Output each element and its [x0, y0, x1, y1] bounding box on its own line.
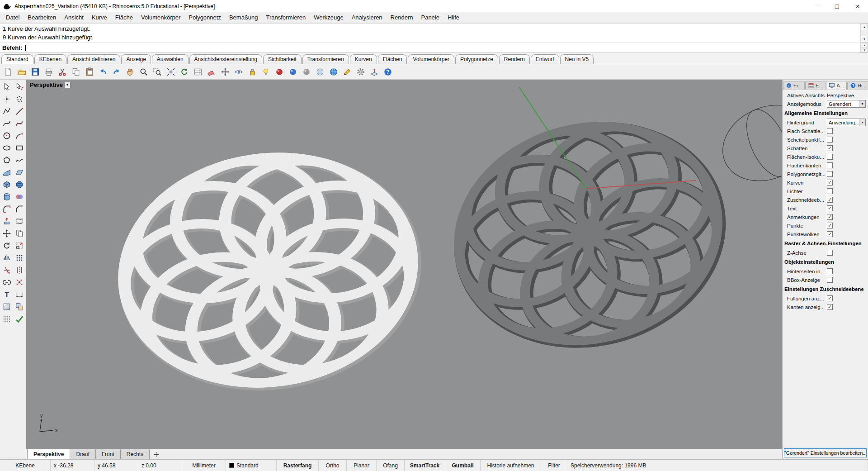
visibility-button[interactable] — [232, 66, 245, 78]
undo-button[interactable] — [97, 66, 109, 78]
toolbar-tab-entwurf[interactable]: Entwurf — [531, 54, 559, 64]
polygonnetzgit-checkbox[interactable] — [827, 171, 833, 177]
box-button[interactable] — [1, 179, 13, 190]
text-button[interactable]: T — [1, 289, 13, 300]
toolbar-tab-sichtbarkeit[interactable]: Sichtbarkeit — [263, 54, 302, 64]
menu-kurve[interactable]: Kurve — [88, 13, 111, 22]
toolbar-tab-rendern[interactable]: Rendern — [499, 54, 530, 64]
toolbar-tab-neu-in-v5[interactable]: Neu in V5 — [560, 54, 594, 64]
trim-button[interactable] — [1, 264, 13, 276]
panel-tab-hi[interactable]: ?Hi... — [847, 81, 868, 90]
scheitelpunktf-checkbox[interactable] — [827, 137, 833, 143]
toolbar-tab-standard[interactable]: Standard — [1, 54, 33, 64]
block-button[interactable] — [14, 301, 25, 313]
spin-up-icon[interactable]: ▲ — [861, 43, 868, 48]
menu-werkzeuge[interactable]: Werkzeuge — [310, 13, 348, 22]
help-button[interactable]: ? — [382, 66, 394, 78]
rotate-button[interactable] — [1, 240, 13, 252]
dimension-button[interactable] — [14, 289, 25, 300]
osnap-toggle[interactable]: Ofang — [377, 460, 405, 471]
toolbar-tab-anzeige[interactable]: Anzeige — [121, 54, 151, 64]
split-button[interactable] — [14, 264, 25, 276]
gray-lattice-rosette[interactable] — [436, 99, 742, 370]
flach-schattie-checkbox[interactable] — [827, 128, 833, 134]
ortho-toggle[interactable]: Ortho — [319, 460, 347, 471]
kanten-anzeig-checkbox[interactable]: ✓ — [827, 304, 833, 310]
menu-hilfe[interactable]: Hilfe — [443, 13, 463, 22]
arc-button[interactable] — [14, 130, 25, 142]
smarttrack-toggle[interactable]: SmartTrack — [405, 460, 445, 471]
white-lattice-rosette[interactable] — [109, 139, 428, 403]
pan-button[interactable] — [124, 66, 137, 78]
layer-table-button[interactable] — [192, 66, 204, 78]
render-button[interactable] — [273, 66, 286, 78]
panel-tab-a[interactable]: A... — [826, 81, 847, 90]
menu-polygonnetz[interactable]: Polygonnetz — [184, 13, 225, 22]
polygon-button[interactable] — [1, 154, 13, 166]
kurven-checkbox[interactable]: ✓ — [827, 180, 833, 186]
curve-interp-button[interactable] — [14, 118, 25, 129]
new-viewport-button[interactable] — [149, 449, 163, 459]
line-button[interactable] — [14, 105, 25, 117]
viewport-menu-arrow-icon[interactable]: ▼ — [64, 82, 71, 88]
polyline-button[interactable] — [1, 105, 13, 117]
point-button[interactable] — [1, 93, 13, 105]
boolean-button[interactable] — [14, 191, 25, 203]
panel-tab-ei[interactable]: iEi... — [783, 81, 805, 90]
render-preview-button[interactable] — [287, 66, 299, 78]
ghosted-view-button[interactable] — [314, 66, 326, 78]
toolbar-tab-polygonnetze[interactable]: Polygonnetze — [455, 54, 498, 64]
chevron-down-icon[interactable]: ▼ — [859, 119, 865, 126]
copy-objects-button[interactable] — [14, 228, 25, 239]
cplane-button[interactable] — [368, 66, 381, 78]
globe-button[interactable] — [327, 66, 340, 78]
ellipse-button[interactable] — [1, 142, 13, 154]
chamfer-button[interactable] — [14, 203, 25, 215]
explode-button[interactable] — [14, 276, 25, 288]
f-llungen-anz-checkbox[interactable]: ✓ — [827, 295, 833, 301]
fl-chenkanten-checkbox[interactable] — [827, 162, 833, 168]
filter-pane[interactable]: Filter — [541, 460, 567, 471]
rotate-view-button[interactable] — [178, 66, 191, 78]
hinterseiten-in-checkbox[interactable] — [827, 268, 833, 274]
punkte-checkbox[interactable]: ✓ — [827, 223, 833, 228]
save-file-button[interactable] — [29, 66, 42, 78]
schatten-checkbox[interactable]: ✓ — [827, 145, 833, 151]
open-file-button[interactable] — [15, 66, 28, 78]
viewport-tab-front[interactable]: Front — [95, 449, 121, 459]
wireframe-sphere-curve[interactable] — [711, 91, 782, 195]
lichter-checkbox[interactable] — [827, 188, 833, 194]
menu-ansicht[interactable]: Ansicht — [60, 13, 88, 22]
grid-points-button[interactable] — [1, 313, 13, 325]
zoom-extents-button[interactable] — [165, 66, 177, 78]
cplane-pane[interactable]: KEbene — [0, 460, 51, 471]
circle-button[interactable] — [1, 130, 13, 142]
spin-down-icon[interactable]: ▼ — [861, 48, 868, 53]
units-pane[interactable]: Millimeter — [182, 460, 226, 471]
light-button[interactable] — [259, 66, 272, 78]
menu-analysieren[interactable]: Analysieren — [348, 13, 387, 22]
paste-button[interactable] — [83, 66, 96, 78]
lock-button[interactable] — [246, 66, 259, 78]
cylinder-button[interactable] — [1, 191, 13, 203]
extrude-button[interactable] — [1, 215, 13, 227]
hintergrund-dropdown[interactable]: Anwendung...▼ — [827, 119, 866, 126]
notes-button[interactable] — [341, 66, 354, 78]
command-history[interactable]: 1 Kurve der Auswahl hinzugefügt.9 Kurven… — [0, 23, 868, 43]
new-file-button[interactable] — [2, 66, 14, 78]
viewport-tab-rechts[interactable]: Rechts — [120, 449, 150, 459]
close-button[interactable]: × — [847, 0, 868, 12]
anzeigemodus-dropdown[interactable]: Gerendert▼ — [827, 100, 866, 108]
copy-button[interactable] — [70, 66, 82, 78]
active-layer-pane[interactable]: Standard — [226, 460, 277, 471]
surface-button[interactable] — [1, 167, 13, 178]
sphere-button[interactable] — [14, 179, 25, 190]
scroll-down-icon[interactable]: ▼ — [861, 36, 868, 43]
redo-button[interactable] — [110, 66, 123, 78]
zoom-window-button[interactable] — [151, 66, 164, 78]
select-points-button[interactable] — [14, 81, 25, 93]
z-achse-checkbox[interactable] — [827, 250, 833, 256]
move-tool-button[interactable] — [219, 66, 231, 78]
record-history-toggle[interactable]: Historie aufnehmen — [481, 460, 541, 471]
text-checkbox[interactable]: ✓ — [827, 205, 833, 211]
